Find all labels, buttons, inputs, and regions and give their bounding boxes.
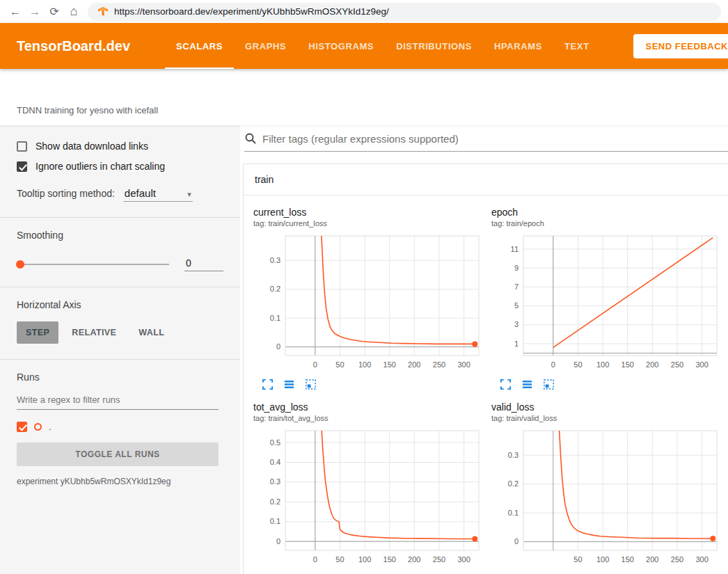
toggle-all-runs-button[interactable]: TOGGLE ALL RUNS (17, 443, 219, 466)
axis-step-button[interactable]: STEP (17, 321, 58, 344)
chart-title: tot_avg_loss (253, 401, 483, 413)
runs-label: Runs (17, 372, 223, 383)
group-header[interactable]: train (244, 164, 728, 196)
tooltip-sorting-select[interactable]: default ▾ (123, 187, 193, 202)
ignore-outliers-label: Ignore outliers in chart scaling (35, 161, 165, 172)
svg-text:0.3: 0.3 (508, 451, 519, 459)
svg-text:150: 150 (622, 555, 634, 564)
svg-text:300: 300 (457, 555, 470, 564)
chevron-down-icon: ▾ (172, 190, 191, 199)
svg-text:0.3: 0.3 (270, 477, 280, 486)
settings-sidebar: Show data download links Ignore outliers… (0, 125, 240, 574)
chart-plot[interactable]: 5010015020025030000.10.20.3 (491, 425, 721, 568)
chart-title: epoch (491, 207, 721, 218)
svg-text:0.4: 0.4 (270, 458, 280, 466)
svg-text:100: 100 (358, 555, 371, 564)
svg-text:0: 0 (276, 537, 280, 545)
svg-text:100: 100 (596, 555, 609, 564)
tab-text[interactable]: TEXT (553, 23, 601, 69)
svg-text:0.2: 0.2 (270, 497, 280, 506)
page: ← → ⟳ ⌂ https://tensorboard.dev/experime… (0, 0, 728, 574)
svg-text:250: 250 (433, 555, 445, 564)
chart-plot[interactable]: 0501001502002503001357911 (491, 230, 721, 374)
chart-tag: tag: train/epoch (491, 219, 721, 228)
svg-text:5: 5 (514, 301, 519, 310)
expand-chart-icon[interactable] (262, 378, 274, 390)
smoothing-label: Smoothing (17, 230, 223, 241)
svg-text:250: 250 (671, 360, 683, 369)
tooltip-sorting-value: default (125, 187, 156, 199)
run-checkbox[interactable] (17, 422, 27, 432)
fit-domain-icon[interactable] (543, 378, 555, 390)
svg-text:0.5: 0.5 (270, 438, 280, 447)
experiment-note: experiment yKUbhb5wRmOSXYkId1z9eg (17, 477, 223, 486)
back-icon[interactable]: ← (6, 6, 25, 18)
svg-text:300: 300 (457, 360, 470, 369)
home-icon[interactable]: ⌂ (64, 4, 84, 19)
tab-hparams[interactable]: HPARAMS (483, 23, 553, 69)
axis-relative-button[interactable]: RELATIVE (63, 321, 125, 344)
address-bar[interactable]: https://tensorboard.dev/experiment/yKUbh… (88, 3, 721, 21)
reload-icon[interactable]: ⟳ (45, 5, 64, 18)
smoothing-value-input[interactable]: 0 (184, 257, 223, 271)
svg-text:150: 150 (383, 555, 396, 564)
tab-graphs[interactable]: GRAPHS (234, 23, 297, 69)
smoothing-slider[interactable] (17, 264, 169, 265)
tab-scalars[interactable]: SCALARS (165, 23, 234, 69)
chart-card-current_loss: current_losstag: train/current_loss05010… (253, 207, 483, 390)
svg-text:50: 50 (335, 555, 344, 564)
chart-plot[interactable]: 05010015020025030000.10.20.3 (253, 230, 483, 374)
run-row[interactable]: . (17, 422, 223, 432)
show-download-links-label: Show data download links (35, 141, 148, 152)
show-download-links-checkbox[interactable] (17, 141, 27, 152)
tab-histograms[interactable]: HISTOGRAMS (297, 23, 385, 69)
horizontal-axis-label: Horizontal Axis (17, 299, 223, 310)
axis-wall-button[interactable]: WALL (129, 321, 173, 344)
svg-text:250: 250 (671, 555, 683, 564)
svg-text:300: 300 (695, 360, 708, 369)
chart-card-tot_avg_loss: tot_avg_losstag: train/tot_avg_loss05010… (253, 401, 483, 574)
ignore-outliers-row[interactable]: Ignore outliers in chart scaling (17, 161, 223, 172)
train-group-card: train current_losstag: train/current_los… (243, 164, 728, 574)
chart-toolbar (253, 378, 483, 390)
svg-text:300: 300 (695, 555, 708, 564)
divider (0, 217, 240, 218)
svg-text:200: 200 (408, 360, 420, 369)
experiment-title: TDNN training for yesno with icefall (17, 105, 158, 115)
ignore-outliers-checkbox[interactable] (17, 161, 27, 172)
tag-filter-input[interactable] (262, 133, 725, 145)
fit-domain-icon[interactable] (305, 378, 317, 390)
svg-text:9: 9 (514, 264, 519, 272)
svg-text:200: 200 (408, 555, 420, 564)
tag-filter-row (244, 128, 728, 152)
forward-icon[interactable]: → (25, 6, 45, 18)
svg-text:50: 50 (335, 360, 344, 369)
show-download-links-row[interactable]: Show data download links (17, 141, 223, 152)
tensorboard-favicon (97, 6, 109, 17)
svg-text:0: 0 (313, 555, 317, 564)
toggle-series-icon[interactable] (521, 378, 533, 390)
svg-text:0.2: 0.2 (270, 285, 280, 293)
expand-chart-icon[interactable] (500, 378, 512, 390)
browser-toolbar: ← → ⟳ ⌂ https://tensorboard.dev/experime… (0, 0, 728, 23)
run-color-swatch-icon (34, 423, 42, 431)
svg-text:0.1: 0.1 (508, 509, 519, 517)
chart-tag: tag: train/valid_loss (491, 414, 721, 422)
svg-text:50: 50 (573, 360, 582, 369)
runs-filter-input[interactable] (17, 391, 219, 410)
svg-text:0: 0 (514, 537, 519, 545)
send-feedback-button[interactable]: SEND FEEDBACK (633, 34, 728, 58)
svg-text:1: 1 (514, 340, 519, 348)
chart-plot[interactable]: 05010015020025030000.10.20.30.40.5 (253, 425, 483, 568)
svg-text:250: 250 (433, 360, 445, 369)
toggle-series-icon[interactable] (283, 378, 295, 390)
run-name: . (49, 422, 52, 432)
svg-text:3: 3 (514, 320, 519, 328)
tab-distributions[interactable]: DISTRIBUTIONS (385, 23, 483, 69)
slider-thumb-icon[interactable] (16, 260, 24, 269)
svg-text:150: 150 (383, 360, 396, 369)
svg-text:0: 0 (313, 360, 317, 369)
chart-tag: tag: train/tot_avg_loss (253, 414, 483, 422)
main-content: train current_losstag: train/current_los… (240, 125, 728, 574)
divider (0, 287, 240, 287)
